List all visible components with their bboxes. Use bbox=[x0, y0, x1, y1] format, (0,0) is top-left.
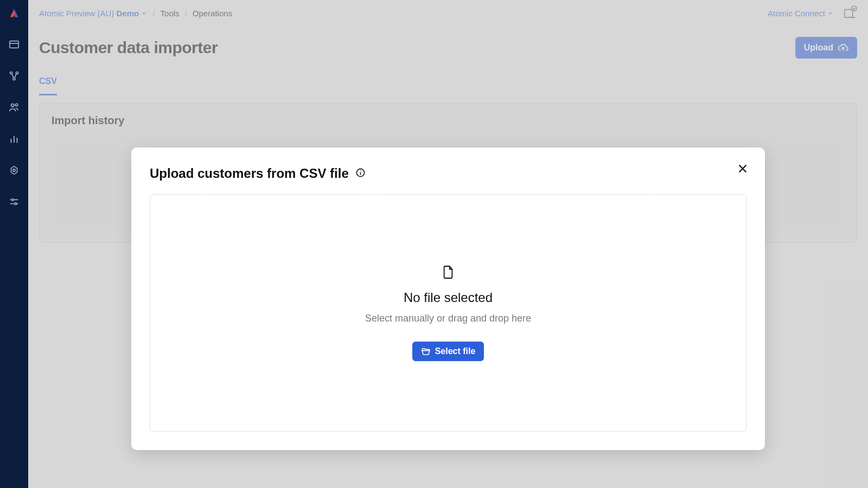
sidebar bbox=[0, 0, 28, 488]
svg-point-20 bbox=[360, 170, 361, 171]
svg-point-4 bbox=[13, 78, 15, 80]
analytics-icon[interactable] bbox=[8, 132, 21, 145]
svg-rect-0 bbox=[10, 41, 19, 48]
modal-title: Upload customers from CSV file bbox=[150, 166, 349, 181]
svg-point-12 bbox=[11, 199, 14, 201]
close-button[interactable] bbox=[737, 163, 749, 176]
svg-point-6 bbox=[15, 104, 17, 106]
svg-point-5 bbox=[11, 104, 15, 107]
upload-modal: Upload customers from CSV file No file s… bbox=[131, 147, 765, 450]
close-icon bbox=[737, 163, 749, 175]
svg-point-10 bbox=[13, 169, 15, 171]
customers-icon[interactable] bbox=[8, 101, 21, 114]
file-icon bbox=[442, 265, 454, 281]
logo-icon bbox=[8, 8, 20, 20]
sliders-icon[interactable] bbox=[8, 195, 21, 208]
folder-open-icon bbox=[421, 346, 431, 356]
info-icon[interactable] bbox=[355, 168, 366, 180]
dropzone-title: No file selected bbox=[404, 290, 493, 305]
flows-icon[interactable] bbox=[8, 69, 21, 82]
select-file-button[interactable]: Select file bbox=[412, 342, 484, 361]
dropzone-subtitle: Select manually or drag and drop here bbox=[365, 313, 531, 324]
select-file-label: Select file bbox=[435, 346, 476, 356]
svg-point-14 bbox=[15, 203, 17, 205]
cards-icon[interactable] bbox=[8, 38, 21, 51]
file-dropzone[interactable]: No file selected Select manually or drag… bbox=[150, 194, 746, 432]
settings-icon[interactable] bbox=[8, 164, 21, 177]
modal-overlay[interactable]: Upload customers from CSV file No file s… bbox=[28, 0, 868, 488]
